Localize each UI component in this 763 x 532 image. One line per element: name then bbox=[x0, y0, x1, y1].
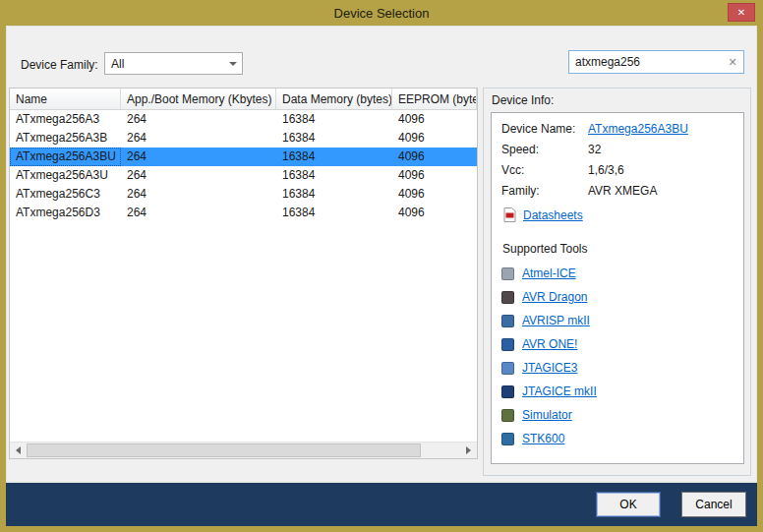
tool-item: AVR Dragon bbox=[501, 290, 734, 304]
avr-one-icon bbox=[501, 338, 514, 351]
family-value: AVR XMEGA bbox=[588, 184, 657, 198]
tool-item: AVRISP mkII bbox=[501, 314, 734, 327]
column-header-data-memory[interactable]: Data Memory (bytes) bbox=[276, 89, 392, 109]
cell-eeprom: 4096 bbox=[392, 110, 477, 129]
avr-dragon-icon bbox=[501, 291, 514, 304]
dialog-content: Device Family: All ✕ Name App./Boot Memo… bbox=[6, 26, 757, 483]
vcc-field: Vcc: 1,6/3,6 bbox=[501, 163, 734, 177]
device-family-select[interactable]: All bbox=[104, 52, 243, 75]
cell-data-memory: 16384 bbox=[276, 129, 392, 148]
tool-link[interactable]: STK600 bbox=[522, 432, 564, 445]
device-family-value: All bbox=[105, 57, 224, 71]
cell-data-memory: 16384 bbox=[276, 148, 392, 166]
cell-eeprom: 4096 bbox=[392, 148, 477, 166]
device-name-field: Device Name: ATxmega256A3BU bbox=[501, 122, 734, 136]
device-name-label: Device Name: bbox=[501, 122, 588, 136]
search-input[interactable] bbox=[569, 55, 722, 69]
cell-name: ATxmega256A3U bbox=[10, 166, 121, 185]
cell-eeprom: 4096 bbox=[392, 166, 477, 185]
speed-value: 32 bbox=[588, 143, 601, 156]
device-info-header: Device Info: bbox=[492, 93, 744, 107]
tool-link[interactable]: JTAGICE mkII bbox=[522, 384, 597, 398]
table-row[interactable]: ATxmega256A3 264 16384 4096 bbox=[10, 110, 477, 129]
cell-data-memory: 16384 bbox=[276, 204, 392, 222]
device-selection-dialog: Device Selection ✕ Device Family: All ✕ … bbox=[0, 0, 763, 532]
cell-name: ATxmega256A3BU bbox=[10, 148, 121, 166]
stk600-icon bbox=[501, 433, 514, 445]
supported-tools-header: Supported Tools bbox=[502, 242, 734, 256]
speed-field: Speed: 32 bbox=[501, 143, 734, 156]
cell-app-boot-memory: 264 bbox=[121, 185, 276, 204]
cell-eeprom: 4096 bbox=[392, 204, 477, 222]
tool-item: Simulator bbox=[501, 408, 734, 422]
family-field: Family: AVR XMEGA bbox=[501, 184, 734, 198]
dropdown-arrow-button[interactable] bbox=[224, 53, 242, 74]
cancel-button[interactable]: Cancel bbox=[681, 492, 746, 517]
cell-name: ATxmega256A3 bbox=[10, 110, 121, 129]
table-row[interactable]: ATxmega256D3 264 16384 4096 bbox=[10, 204, 477, 222]
cell-app-boot-memory: 264 bbox=[121, 204, 276, 222]
tool-link[interactable]: Atmel-ICE bbox=[522, 266, 576, 280]
cell-eeprom: 4096 bbox=[392, 185, 477, 204]
table-body: ATxmega256A3 264 16384 4096 ATxmega256A3… bbox=[10, 110, 477, 442]
search-box: ✕ bbox=[568, 50, 744, 74]
table-row[interactable]: ATxmega256A3U 264 16384 4096 bbox=[10, 166, 477, 185]
close-icon: ✕ bbox=[737, 7, 745, 18]
tool-item: JTAGICE mkII bbox=[501, 384, 734, 398]
arrow-right-icon bbox=[466, 446, 471, 454]
device-name-link[interactable]: ATxmega256A3BU bbox=[588, 122, 688, 136]
device-info-panel: Device Info: Device Name: ATxmega256A3BU… bbox=[483, 88, 751, 476]
cell-app-boot-memory: 264 bbox=[121, 110, 276, 129]
vcc-value: 1,6/3,6 bbox=[588, 163, 624, 177]
window-title: Device Selection bbox=[334, 6, 430, 21]
tool-link[interactable]: Simulator bbox=[522, 408, 572, 422]
cell-data-memory: 16384 bbox=[276, 185, 392, 204]
scrollbar-track[interactable] bbox=[27, 443, 460, 458]
simulator-icon bbox=[501, 409, 514, 422]
cell-app-boot-memory: 264 bbox=[121, 166, 276, 185]
device-table: Name App./Boot Memory (Kbytes) Data Memo… bbox=[9, 88, 478, 459]
table-header: Name App./Boot Memory (Kbytes) Data Memo… bbox=[10, 89, 477, 110]
cell-app-boot-memory: 264 bbox=[121, 148, 276, 166]
avrisp-mkii-icon bbox=[501, 315, 514, 327]
jtagice3-icon bbox=[501, 362, 514, 375]
tool-item: JTAGICE3 bbox=[501, 361, 734, 375]
pdf-icon bbox=[503, 207, 516, 222]
cell-eeprom: 4096 bbox=[392, 129, 477, 148]
tool-link[interactable]: AVR Dragon bbox=[522, 290, 587, 304]
scroll-left-button[interactable] bbox=[10, 443, 27, 458]
arrow-left-icon bbox=[16, 446, 21, 454]
cell-app-boot-memory: 264 bbox=[121, 129, 276, 148]
clear-search-icon[interactable]: ✕ bbox=[722, 56, 743, 69]
datasheets-row: Datasheets bbox=[503, 207, 734, 222]
close-button[interactable]: ✕ bbox=[728, 3, 755, 22]
tool-item: STK600 bbox=[501, 432, 734, 445]
column-header-eeprom[interactable]: EEPROM (bytes) bbox=[392, 89, 477, 109]
table-row-selected[interactable]: ATxmega256A3BU 264 16384 4096 bbox=[10, 148, 477, 166]
vcc-label: Vcc: bbox=[501, 163, 588, 177]
jtagice-mkii-icon bbox=[501, 385, 514, 398]
column-header-name[interactable]: Name bbox=[10, 89, 121, 109]
cell-name: ATxmega256D3 bbox=[10, 204, 121, 222]
ok-button[interactable]: OK bbox=[596, 492, 661, 517]
family-label: Family: bbox=[501, 184, 588, 198]
tool-link[interactable]: JTAGICE3 bbox=[522, 361, 577, 375]
scroll-right-button[interactable] bbox=[460, 443, 477, 458]
chevron-down-icon bbox=[229, 62, 237, 66]
cell-name: ATxmega256A3B bbox=[10, 129, 121, 148]
column-header-app-boot-memory[interactable]: App./Boot Memory (Kbytes) bbox=[121, 89, 276, 109]
cell-data-memory: 16384 bbox=[276, 166, 392, 185]
device-family-label: Device Family: bbox=[21, 58, 98, 72]
scrollbar-thumb[interactable] bbox=[27, 443, 421, 457]
datasheets-link[interactable]: Datasheets bbox=[523, 208, 583, 222]
titlebar[interactable]: Device Selection ✕ bbox=[6, 0, 757, 26]
table-row[interactable]: ATxmega256C3 264 16384 4096 bbox=[10, 185, 477, 204]
tool-item: AVR ONE! bbox=[501, 337, 734, 351]
tool-item: Atmel-ICE bbox=[501, 266, 734, 280]
tool-link[interactable]: AVRISP mkII bbox=[522, 314, 590, 327]
device-info-box: Device Name: ATxmega256A3BU Speed: 32 Vc… bbox=[491, 112, 744, 464]
tool-link[interactable]: AVR ONE! bbox=[522, 337, 577, 351]
table-row[interactable]: ATxmega256A3B 264 16384 4096 bbox=[10, 129, 477, 148]
horizontal-scrollbar[interactable] bbox=[10, 442, 477, 458]
cell-data-memory: 16384 bbox=[276, 110, 392, 129]
